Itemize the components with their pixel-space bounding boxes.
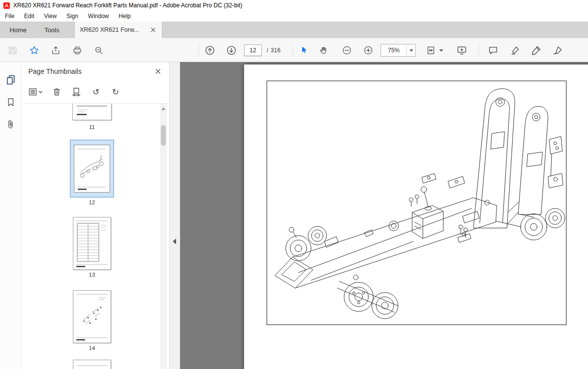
previous-page-button[interactable] <box>203 43 217 57</box>
toolbar-separator <box>199 43 199 57</box>
chevron-down-icon[interactable] <box>407 44 415 56</box>
scroll-up-icon[interactable] <box>160 106 167 111</box>
menu-sign[interactable]: Sign <box>62 11 83 21</box>
rotate-ccw-icon[interactable]: ↺ <box>90 85 102 99</box>
share-button[interactable] <box>49 43 63 57</box>
save-button[interactable] <box>6 43 20 57</box>
drawing-frame <box>267 81 566 325</box>
menu-file[interactable]: File <box>0 11 19 21</box>
panel-collapse-strip <box>170 62 180 369</box>
page-fit-dropdown[interactable] <box>425 43 444 57</box>
forklift-frame-drawing <box>267 81 565 324</box>
page-total-value: 316 <box>271 47 280 54</box>
highlight-tool-button[interactable] <box>508 43 522 57</box>
zoom-in-button[interactable] <box>362 43 375 57</box>
document-page[interactable] <box>244 65 588 369</box>
menu-edit[interactable]: Edit <box>19 11 39 21</box>
comment-tool-button[interactable] <box>486 43 500 57</box>
toolbar-separator <box>293 43 293 57</box>
navigation-strip <box>0 62 22 369</box>
thumbnails-panel: Page Thumbnails <box>22 62 170 369</box>
zoom-level-dropdown[interactable]: 75% <box>381 44 416 57</box>
panel-close-icon[interactable] <box>154 67 162 76</box>
zoom-level-value: 75% <box>381 47 407 54</box>
titlebar: XR620 XR621 Forward Reach Forklift Parts… <box>0 0 588 11</box>
menu-help[interactable]: Help <box>114 11 136 21</box>
thumbnail-page-12[interactable] <box>74 145 110 193</box>
page-number-input[interactable] <box>244 44 262 56</box>
acrobat-window: XR620 XR621 Forward Reach Forklift Parts… <box>0 0 588 369</box>
menu-window[interactable]: Window <box>83 11 114 21</box>
page-separator: / <box>267 47 268 54</box>
thumbnail-page-15[interactable] <box>73 360 111 369</box>
thumbnail-number-13: 13 <box>73 272 111 278</box>
panel-title: Page Thumbnails <box>28 67 154 75</box>
thumbnail-list: 11 12 <box>22 104 169 369</box>
scrollbar-thumb[interactable] <box>161 125 166 146</box>
attachments-nav-icon[interactable] <box>4 118 18 131</box>
thumbnail-scrollbar[interactable] <box>160 104 167 369</box>
thumbnail-page-11[interactable] <box>72 104 112 120</box>
tabbar: Home Tools XR620 XR621 Forw... <box>0 22 588 38</box>
zoom-out-button[interactable] <box>340 43 354 57</box>
thumbnail-number-12: 12 <box>70 199 114 205</box>
acrobat-logo-icon <box>3 2 10 9</box>
rotate-cw-icon[interactable]: ↻ <box>110 85 121 99</box>
print-button[interactable] <box>70 43 84 57</box>
thumbnail-number-11: 11 <box>72 124 112 130</box>
tab-document[interactable]: XR620 XR621 Forw... <box>74 22 162 38</box>
tab-tools[interactable]: Tools <box>36 22 68 38</box>
bookmarks-nav-icon[interactable] <box>4 95 18 109</box>
thumbnail-options-menu[interactable] <box>28 85 43 99</box>
thumbnail-size-icon[interactable] <box>70 85 82 99</box>
hand-tool-button[interactable] <box>317 43 330 57</box>
select-tool-button[interactable] <box>297 43 311 57</box>
window-title: XR620 XR621 Forward Reach Forklift Parts… <box>13 2 242 9</box>
thumbnails-panel-header: Page Thumbnails <box>22 62 169 81</box>
toolbar: / 316 75% <box>0 38 588 62</box>
thumbnails-toolbar: ↺ ↻ <box>22 81 169 104</box>
magnifier-icon[interactable] <box>92 43 106 57</box>
thumbnail-page-14[interactable] <box>73 290 111 343</box>
next-page-button[interactable] <box>225 43 238 57</box>
tab-close-icon[interactable] <box>149 26 157 34</box>
reading-mode-button[interactable] <box>455 43 469 57</box>
main-area: Page Thumbnails <box>0 62 588 369</box>
toolbar-separator <box>478 43 479 57</box>
menu-view[interactable]: View <box>39 11 62 21</box>
page-count: / 316 <box>267 44 280 56</box>
chevron-down-icon <box>439 49 443 52</box>
menubar: File Edit View Sign Window Help <box>0 11 588 22</box>
tab-document-label: XR620 XR621 Forw... <box>80 26 146 33</box>
delete-pages-icon[interactable] <box>51 85 63 99</box>
thumbnail-page-13[interactable] <box>73 217 111 270</box>
collapse-panel-icon[interactable] <box>173 239 176 244</box>
document-canvas[interactable] <box>180 62 588 369</box>
tab-home[interactable]: Home <box>0 22 36 38</box>
sign-tool-button[interactable] <box>529 43 543 57</box>
thumbnail-number-14: 14 <box>73 345 111 351</box>
fill-sign-tool-button[interactable] <box>551 43 565 57</box>
page-thumbnails-nav-icon[interactable] <box>4 73 18 87</box>
favorite-star-button[interactable] <box>27 43 41 57</box>
thumbnail-selection-12[interactable] <box>70 140 114 197</box>
